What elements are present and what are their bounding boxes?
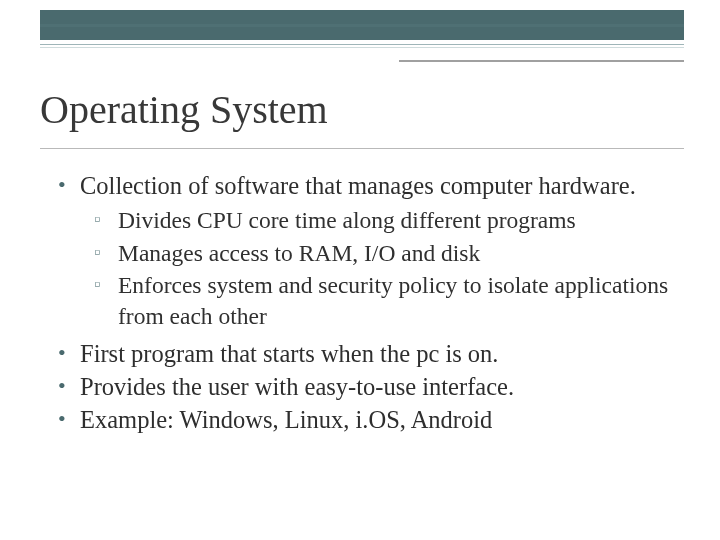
bullet-list: Collection of software that manages comp…: [50, 170, 680, 436]
sub-bullet-list: Divides CPU core time along different pr…: [80, 205, 680, 331]
header-band: [40, 10, 684, 40]
list-item-text: Provides the user with easy-to-use inter…: [80, 373, 514, 400]
sub-list-item-text: Enforces system and security policy to i…: [118, 272, 668, 329]
slide-content: Collection of software that manages comp…: [50, 170, 680, 438]
title-divider: [40, 148, 684, 149]
list-item: Provides the user with easy-to-use inter…: [50, 371, 680, 402]
slide-title: Operating System: [40, 86, 328, 133]
list-item-text: First program that starts when the pc is…: [80, 340, 498, 367]
header-divider: [40, 44, 684, 48]
list-item: Collection of software that manages comp…: [50, 170, 680, 332]
sub-list-item: Enforces system and security policy to i…: [80, 270, 680, 331]
sub-list-item-text: Divides CPU core time along different pr…: [118, 207, 576, 233]
header-short-rule: [399, 60, 684, 62]
sub-list-item: Manages access to RAM, I/O and disk: [80, 238, 680, 269]
list-item-text: Collection of software that manages comp…: [80, 172, 636, 199]
header-band-inner-line: [40, 24, 684, 27]
sub-list-item: Divides CPU core time along different pr…: [80, 205, 680, 236]
slide: Operating System Collection of software …: [0, 0, 720, 540]
list-item: First program that starts when the pc is…: [50, 338, 680, 369]
list-item-text: Example: Windows, Linux, i.OS, Android: [80, 406, 492, 433]
list-item: Example: Windows, Linux, i.OS, Android: [50, 404, 680, 435]
sub-list-item-text: Manages access to RAM, I/O and disk: [118, 240, 480, 266]
